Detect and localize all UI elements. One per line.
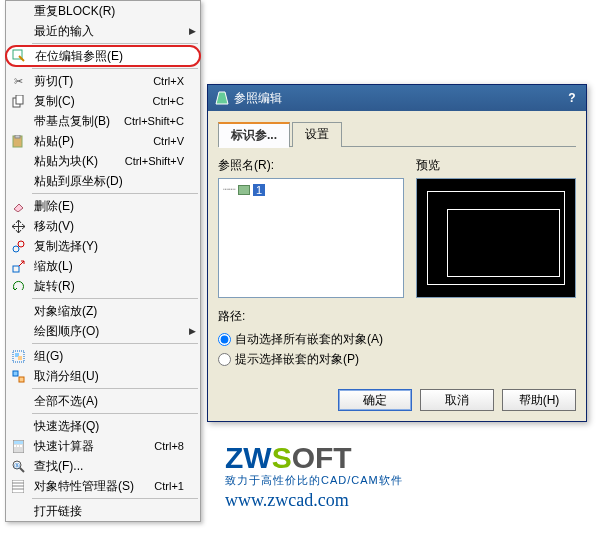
menu-ungroup[interactable]: 取消分组(U) xyxy=(6,366,200,386)
blank-icon xyxy=(6,301,30,321)
ungroup-icon xyxy=(6,366,30,386)
menu-separator xyxy=(32,68,198,69)
menu-label: 取消分组(U) xyxy=(30,368,196,385)
menu-label: 对象特性管理器(S) xyxy=(30,478,154,495)
menu-quick-select[interactable]: 快速选择(Q) xyxy=(6,416,200,436)
eraser-icon xyxy=(6,196,30,216)
menu-edit-ref-inplace[interactable]: 在位编辑参照(E) xyxy=(5,45,201,67)
menu-paste-block[interactable]: 粘贴为块(K) Ctrl+Shift+V xyxy=(6,151,200,171)
svg-point-5 xyxy=(13,246,19,252)
radio-label: 自动选择所有嵌套的对象(A) xyxy=(235,331,383,348)
menu-label: 旋转(R) xyxy=(30,278,196,295)
copy-icon xyxy=(6,91,30,111)
menu-copy-sel[interactable]: 复制选择(Y) xyxy=(6,236,200,256)
scale-icon xyxy=(6,256,30,276)
tab-identify[interactable]: 标识参... xyxy=(218,122,290,147)
menu-label: 全部不选(A) xyxy=(30,393,196,410)
blank-icon xyxy=(6,416,30,436)
clipboard-icon xyxy=(6,131,30,151)
blank-icon xyxy=(6,171,30,191)
dialog-button-row: 确定 取消 帮助(H) xyxy=(208,381,586,421)
dialog-body: 标识参... 设置 参照名(R): ┈┈ 1 预览 xyxy=(208,111,586,381)
menu-shortcut: Ctrl+8 xyxy=(154,440,196,452)
dialog-titlebar[interactable]: 参照编辑 ? xyxy=(208,85,586,111)
menu-recent-input[interactable]: 最近的输入 ▶ xyxy=(6,21,200,41)
tab-settings[interactable]: 设置 xyxy=(292,122,342,147)
svg-text:ⓐ: ⓐ xyxy=(14,463,20,469)
blank-icon xyxy=(6,1,30,21)
menu-separator xyxy=(32,343,198,344)
menu-paste[interactable]: 粘贴(P) Ctrl+V xyxy=(6,131,200,151)
menu-open-link[interactable]: 打开链接 xyxy=(6,501,200,521)
radio-input[interactable] xyxy=(218,333,231,346)
app-icon xyxy=(214,90,230,106)
dialog-title: 参照编辑 xyxy=(234,90,562,107)
svg-rect-2 xyxy=(16,95,23,104)
menu-deselect-all[interactable]: 全部不选(A) xyxy=(6,391,200,411)
menu-separator xyxy=(32,193,198,194)
menu-properties[interactable]: 对象特性管理器(S) Ctrl+1 xyxy=(6,476,200,496)
menu-shortcut: Ctrl+C xyxy=(153,95,196,107)
menu-separator xyxy=(32,498,198,499)
menu-copy-base[interactable]: 带基点复制(B) Ctrl+Shift+C xyxy=(6,111,200,131)
tree-node-label: 1 xyxy=(253,184,265,196)
menu-move[interactable]: 移动(V) xyxy=(6,216,200,236)
logo-wordmark: ZWSOFT xyxy=(225,441,403,475)
menu-zoom[interactable]: 缩放(L) xyxy=(6,256,200,276)
move-icon xyxy=(6,216,30,236)
menu-draw-order[interactable]: 绘图顺序(O) ▶ xyxy=(6,321,200,341)
context-menu: 重复BLOCK(R) 最近的输入 ▶ 在位编辑参照(E) ✂ 剪切(T) Ctr… xyxy=(5,0,201,522)
nesting-radio-group: 自动选择所有嵌套的对象(A) 提示选择嵌套的对象(P) xyxy=(218,331,576,368)
radio-prompt-select[interactable]: 提示选择嵌套的对象(P) xyxy=(218,351,576,368)
menu-find[interactable]: ⓐ 查找(F)... xyxy=(6,456,200,476)
copy-sel-icon xyxy=(6,236,30,256)
help-button[interactable]: 帮助(H) xyxy=(502,389,576,411)
radio-label: 提示选择嵌套的对象(P) xyxy=(235,351,359,368)
menu-delete[interactable]: 删除(E) xyxy=(6,196,200,216)
menu-obj-zoom[interactable]: 对象缩放(Z) xyxy=(6,301,200,321)
reference-edit-dialog: 参照编辑 ? 标识参... 设置 参照名(R): ┈┈ 1 预览 xyxy=(207,84,587,422)
menu-label: 组(G) xyxy=(30,348,196,365)
radio-auto-select[interactable]: 自动选择所有嵌套的对象(A) xyxy=(218,331,576,348)
find-icon: ⓐ xyxy=(6,456,30,476)
menu-paste-orig[interactable]: 粘贴到原坐标(D) xyxy=(6,171,200,191)
menu-label: 绘图顺序(O) xyxy=(30,323,196,340)
cancel-button[interactable]: 取消 xyxy=(420,389,494,411)
logo-url[interactable]: www.zwcad.com xyxy=(225,490,403,511)
properties-icon xyxy=(6,476,30,496)
menu-separator xyxy=(32,43,198,44)
scissors-icon: ✂ xyxy=(6,71,30,91)
menu-group[interactable]: 组(G) xyxy=(6,346,200,366)
blank-icon xyxy=(6,111,30,131)
menu-rotate[interactable]: 旋转(R) xyxy=(6,276,200,296)
svg-rect-4 xyxy=(15,135,20,138)
ok-button[interactable]: 确定 xyxy=(338,389,412,411)
tree-item[interactable]: ┈┈ 1 xyxy=(223,183,399,196)
menu-label: 粘贴到原坐标(D) xyxy=(30,173,196,190)
radio-input[interactable] xyxy=(218,353,231,366)
menu-calculator[interactable]: 快速计算器 Ctrl+8 xyxy=(6,436,200,456)
menu-label: 查找(F)... xyxy=(30,458,196,475)
block-node-icon xyxy=(238,185,250,195)
menu-label: 缩放(L) xyxy=(30,258,196,275)
svg-rect-7 xyxy=(13,266,19,272)
help-button[interactable]: ? xyxy=(562,91,582,105)
menu-repeat-block[interactable]: 重复BLOCK(R) xyxy=(6,1,200,21)
preview-canvas xyxy=(416,178,576,298)
menu-copy[interactable]: 复制(C) Ctrl+C xyxy=(6,91,200,111)
menu-label: 复制(C) xyxy=(30,93,153,110)
tab-label: 设置 xyxy=(305,127,329,141)
menu-shortcut: Ctrl+1 xyxy=(154,480,196,492)
svg-rect-12 xyxy=(19,377,24,382)
svg-point-6 xyxy=(18,241,24,247)
svg-rect-16 xyxy=(17,445,19,447)
refname-section: 参照名(R): ┈┈ 1 xyxy=(218,157,404,298)
menu-shortcut: Ctrl+Shift+V xyxy=(125,155,196,167)
svg-rect-17 xyxy=(20,445,22,447)
svg-rect-11 xyxy=(13,371,18,376)
blank-icon xyxy=(6,21,30,41)
reference-tree[interactable]: ┈┈ 1 xyxy=(218,178,404,298)
refname-label: 参照名(R): xyxy=(218,157,404,174)
tab-strip: 标识参... 设置 xyxy=(218,121,576,147)
menu-cut[interactable]: ✂ 剪切(T) Ctrl+X xyxy=(6,71,200,91)
